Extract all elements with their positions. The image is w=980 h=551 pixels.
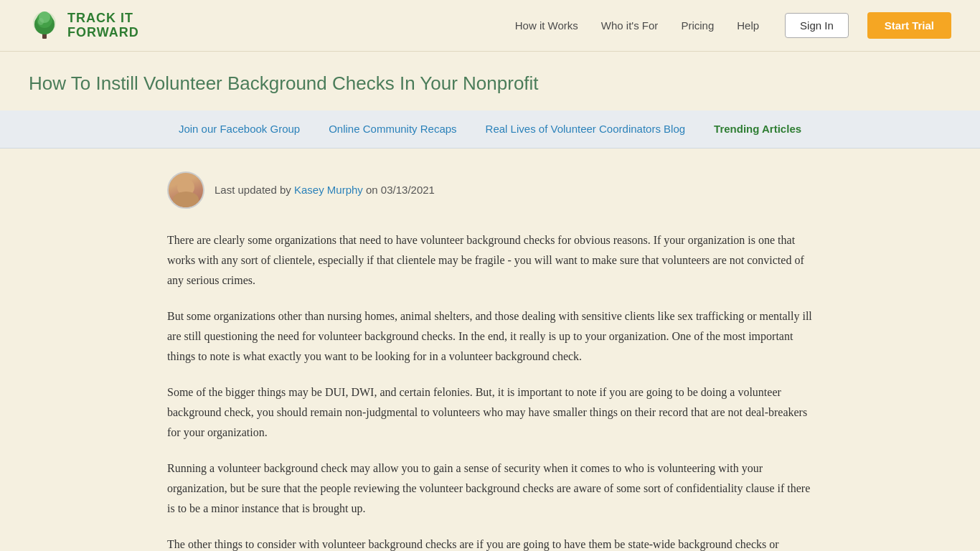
paragraph-1: There are clearly some organizations tha… — [167, 230, 813, 291]
sign-in-button[interactable]: Sign In — [785, 13, 849, 38]
page-title-area: How To Instill Volunteer Background Chec… — [0, 52, 980, 110]
logo-tree-icon — [29, 10, 60, 42]
author-date: 03/13/2021 — [381, 184, 435, 196]
paragraph-5: The other things to consider with volunt… — [167, 534, 813, 551]
logo[interactable]: TRACK IT FORWARD — [29, 10, 139, 42]
author-name-link[interactable]: Kasey Murphy — [294, 184, 363, 196]
sub-nav-facebook[interactable]: Join our Facebook Group — [179, 121, 300, 138]
sub-nav: Join our Facebook Group Online Community… — [0, 110, 980, 149]
header: TRACK IT FORWARD How it Works Who it's F… — [0, 0, 980, 52]
nav-help[interactable]: Help — [732, 14, 763, 37]
svg-point-5 — [38, 18, 44, 25]
author-meta: Last updated by Kasey Murphy on 03/13/20… — [215, 182, 435, 199]
date-prefix: on — [366, 184, 378, 196]
updated-prefix: Last updated by — [215, 184, 291, 196]
avatar-image — [169, 173, 203, 207]
avatar — [167, 171, 204, 209]
nav-pricing[interactable]: Pricing — [677, 14, 718, 37]
paragraph-2: But some organizations other than nursin… — [167, 306, 813, 367]
main-content: Last updated by Kasey Murphy on 03/13/20… — [138, 149, 842, 551]
page-title: How To Instill Volunteer Background Chec… — [29, 69, 951, 99]
logo-text: TRACK IT FORWARD — [67, 11, 139, 40]
paragraph-3: Some of the bigger things may be DUI, DW… — [167, 382, 813, 443]
sub-nav-community[interactable]: Online Community Recaps — [329, 121, 456, 138]
nav-who-its-for[interactable]: Who it's For — [597, 14, 663, 37]
sub-nav-real-lives[interactable]: Real Lives of Volunteer Coordinators Blo… — [486, 121, 686, 138]
main-nav: How it Works Who it's For Pricing Help S… — [511, 12, 951, 39]
author-row: Last updated by Kasey Murphy on 03/13/20… — [167, 171, 813, 209]
sub-nav-trending[interactable]: Trending Articles — [714, 121, 801, 138]
paragraph-4: Running a volunteer background check may… — [167, 458, 813, 519]
start-trial-button[interactable]: Start Trial — [867, 12, 951, 39]
nav-how-it-works[interactable]: How it Works — [511, 14, 583, 37]
